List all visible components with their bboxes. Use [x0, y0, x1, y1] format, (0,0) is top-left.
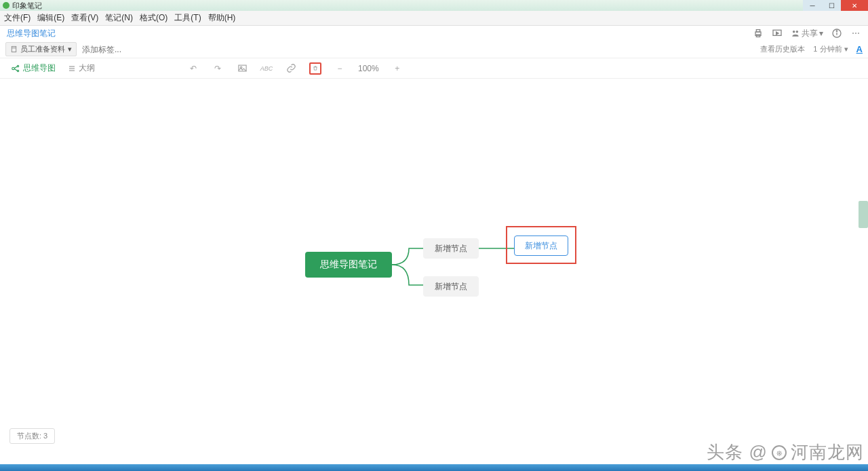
font-color-button[interactable]: A: [856, 44, 863, 54]
delete-icon[interactable]: [309, 62, 321, 75]
watermark: 头条 @ ⎈ 河南龙网: [707, 440, 864, 464]
note-title[interactable]: 思维导图笔记: [7, 28, 56, 39]
timestamp: 1 分钟前 ▾: [813, 44, 848, 54]
svg-point-8: [836, 31, 837, 31]
svg-line-14: [14, 67, 17, 68]
svg-line-15: [14, 69, 17, 70]
maximize-button[interactable]: ☐: [822, 0, 841, 11]
minimize-button[interactable]: ─: [803, 0, 822, 11]
share-label: 共享: [802, 28, 818, 39]
menu-bar: 文件(F) 编辑(E) 查看(V) 笔记(N) 格式(O) 工具(T) 帮助(H…: [0, 11, 868, 26]
tab-outline-label: 大纲: [79, 62, 95, 74]
tag-input[interactable]: [82, 45, 184, 54]
more-icon[interactable]: ⋯: [850, 28, 861, 39]
mindmap-grandchild-node[interactable]: 新增节点: [514, 236, 568, 256]
mindmap-child-node-1[interactable]: 新增节点: [423, 238, 479, 259]
abc-icon[interactable]: ABC: [260, 62, 273, 75]
menu-edit[interactable]: 编辑(E): [37, 12, 64, 24]
svg-point-12: [17, 65, 18, 67]
menu-file[interactable]: 文件(F): [4, 12, 31, 24]
share-button[interactable]: 共享 ▾: [791, 28, 823, 39]
zoom-in-icon[interactable]: +: [391, 62, 403, 75]
svg-point-4: [793, 31, 795, 33]
watermark-icon: ⎈: [772, 445, 787, 460]
svg-rect-9: [12, 46, 16, 52]
redo-icon[interactable]: ↷: [212, 62, 224, 75]
tab-outline[interactable]: 大纲: [68, 62, 95, 74]
menu-tools[interactable]: 工具(T): [174, 12, 201, 24]
present-icon[interactable]: [772, 28, 783, 39]
svg-point-11: [12, 67, 15, 70]
mindmap-root-node[interactable]: 思维导图笔记: [305, 252, 392, 278]
node-count-badge: 节点数: 3: [9, 428, 55, 444]
tag-row: 员工准备资料 ▾ 查看历史版本 1 分钟前 ▾ A: [0, 41, 868, 58]
svg-rect-1: [756, 30, 760, 32]
tag-right: 查看历史版本 1 分钟前 ▾ A: [760, 44, 863, 54]
note-header: 思维导图笔记 共享 ▾ ⋯: [0, 26, 868, 41]
zoom-level[interactable]: 100%: [358, 64, 379, 73]
image-icon[interactable]: [236, 62, 248, 75]
app-icon: [3, 2, 9, 9]
notebook-selector[interactable]: 员工准备资料 ▾: [5, 42, 77, 56]
zoom-out-icon[interactable]: −: [334, 62, 346, 75]
undo-icon[interactable]: ↶: [187, 62, 199, 75]
print-icon[interactable]: [753, 28, 764, 39]
svg-point-5: [796, 31, 799, 33]
mindmap-child-node-2[interactable]: 新增节点: [423, 276, 479, 297]
history-link[interactable]: 查看历史版本: [760, 44, 805, 54]
tab-mindmap[interactable]: 思维导图: [11, 62, 56, 74]
mindmap-canvas[interactable]: 思维导图笔记 新增节点 新增节点 新增节点: [0, 79, 868, 445]
notebook-name: 员工准备资料: [20, 44, 65, 54]
watermark-prefix: 头条 @: [707, 440, 768, 464]
chevron-down-icon: ▾: [68, 45, 72, 54]
scrollbar-vertical[interactable]: [859, 201, 868, 228]
window-title: 印象笔记: [12, 1, 42, 11]
windows-taskbar[interactable]: [0, 464, 868, 471]
svg-point-13: [17, 70, 18, 71]
tag-left: 员工准备资料 ▾: [5, 42, 184, 56]
window-titlebar: 印象笔记 ─ ☐ ✕: [0, 0, 868, 11]
menu-note[interactable]: 笔记(N): [105, 12, 133, 24]
info-icon[interactable]: [831, 28, 842, 39]
note-actions: 共享 ▾ ⋯: [753, 28, 861, 39]
chevron-down-icon: ▾: [819, 29, 823, 38]
link-icon[interactable]: [285, 62, 297, 75]
menu-format[interactable]: 格式(O): [140, 12, 167, 24]
window-controls: ─ ☐ ✕: [803, 0, 868, 11]
watermark-text: 河南龙网: [791, 440, 864, 464]
mindmap-toolbar: 思维导图 大纲 ↶ ↷ ABC − 100% +: [0, 58, 868, 79]
close-button[interactable]: ✕: [841, 0, 868, 11]
tab-mindmap-label: 思维导图: [23, 62, 56, 74]
menu-help[interactable]: 帮助(H): [208, 12, 236, 24]
menu-view[interactable]: 查看(V): [71, 12, 98, 24]
